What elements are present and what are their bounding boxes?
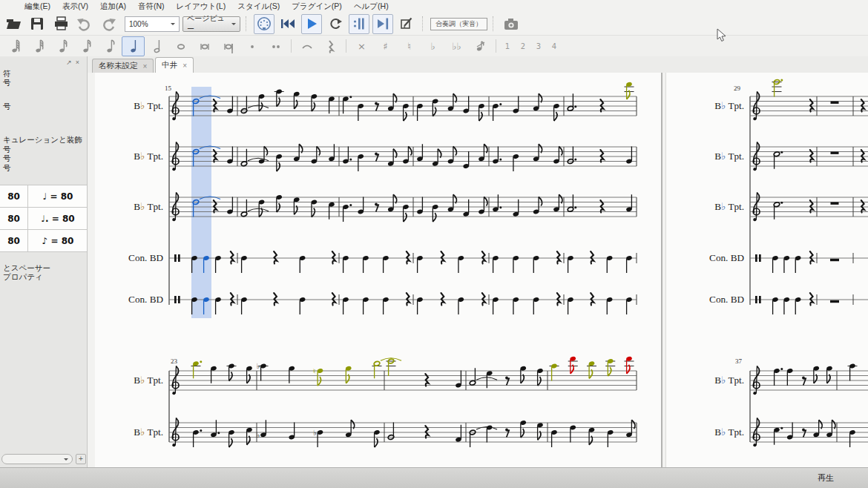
rest[interactable] [375,153,378,162]
note[interactable] [773,368,783,386]
redo-button[interactable] [98,14,119,34]
rest[interactable] [375,102,378,111]
print-button[interactable] [50,14,71,34]
note-128th-button[interactable] [3,36,26,56]
save-button[interactable] [27,14,47,34]
voice-3-button[interactable]: 3 [531,36,546,56]
note[interactable] [848,363,858,381]
note[interactable] [550,429,557,447]
rest[interactable] [830,259,839,261]
note-16th-button[interactable] [74,36,97,56]
note[interactable] [772,255,778,273]
note[interactable] [513,255,519,273]
score-canvas[interactable]: 15B♭ Tpt.B♭ Tpt.B♭ Tpt.Con. BDCon. BD23B… [88,73,868,467]
note[interactable] [227,363,237,381]
note[interactable] [416,297,423,314]
note-8th-button[interactable] [98,36,121,56]
rest[interactable] [407,293,410,306]
rest[interactable] [557,251,560,264]
note[interactable] [513,96,519,114]
note[interactable] [276,194,283,212]
note-32nd-button[interactable] [50,36,73,56]
note[interactable] [276,154,283,171]
note[interactable] [311,200,318,217]
rest[interactable] [831,102,839,104]
menu-item-0[interactable]: 編集(E) [19,1,56,13]
note[interactable] [258,93,265,111]
note[interactable] [513,297,519,314]
rest[interactable] [830,300,839,303]
close-panel-icon[interactable]: × [76,59,83,66]
tempo-cell-left[interactable]: 80 [0,208,28,229]
note-64th-button[interactable] [27,36,50,56]
note[interactable] [786,368,793,386]
tempo-cell-right[interactable]: ♩. = 80 [28,208,88,229]
augmentation-dot-button[interactable] [240,36,263,56]
note[interactable] [463,151,470,169]
note[interactable] [550,363,559,381]
note[interactable] [605,358,615,376]
double-dot-button[interactable] [264,36,287,56]
note[interactable] [214,255,221,273]
metronome-button[interactable] [396,14,417,34]
add-palette-button[interactable]: + [76,454,86,464]
note[interactable] [311,93,318,111]
note[interactable] [416,103,423,121]
note[interactable]: ♭ [257,362,269,380]
rest[interactable] [441,251,444,264]
score-page-1[interactable]: 15B♭ Tpt.B♭ Tpt.B♭ Tpt.Con. BDCon. BD23B… [95,73,662,467]
rest[interactable] [332,251,335,264]
rest[interactable] [274,293,277,306]
note[interactable] [625,297,632,314]
play-repeats-button[interactable] [349,14,369,34]
note[interactable] [795,297,801,314]
rest[interactable] [802,377,806,386]
note[interactable] [387,358,396,376]
menu-item-2[interactable]: 追加(A) [94,1,132,13]
note-breve-button[interactable] [193,36,216,56]
menu-item-1[interactable]: 表示(V) [56,1,94,13]
image-capture-button[interactable] [501,14,522,34]
note-whole-button[interactable] [169,36,192,56]
rest-button[interactable] [319,36,342,56]
tie-button[interactable] [295,36,318,56]
note[interactable] [783,255,790,273]
rest[interactable] [332,293,335,306]
tempo-cell-right[interactable]: ♪ = 80 [28,230,88,251]
note[interactable] [274,89,284,107]
note[interactable] [432,99,438,116]
note[interactable] [373,429,380,447]
natural-button[interactable]: ♮ [398,36,421,56]
rest[interactable] [441,293,444,306]
palette-search-combo[interactable] [1,454,73,464]
note[interactable] [402,103,409,121]
note-longa-button[interactable] [217,36,240,56]
rest[interactable] [231,293,234,306]
double-sharp-button[interactable]: × [350,36,373,56]
sharp-button[interactable]: ♯ [374,36,397,56]
undo-button[interactable] [74,14,95,34]
note[interactable] [192,429,202,447]
palette-item[interactable]: 号 [3,154,11,164]
note[interactable] [358,103,364,121]
note-half-button[interactable] [145,36,168,56]
palette-item[interactable]: 号 [3,102,11,112]
rest[interactable] [831,202,839,205]
note[interactable] [226,147,233,165]
note[interactable] [226,197,233,215]
rest[interactable] [482,293,485,306]
rest[interactable] [557,293,560,306]
play-button[interactable] [301,14,322,34]
note[interactable] [607,429,614,447]
note[interactable] [432,204,438,222]
palette-item[interactable]: 号 [3,78,11,88]
note[interactable] [849,429,855,447]
tab-2[interactable]: 中井× [155,57,194,73]
tempo-cell-right[interactable]: ♩ = 80 [28,185,88,207]
note[interactable] [458,255,464,273]
note[interactable] [513,154,519,171]
rest[interactable] [810,293,813,306]
open-file-button[interactable] [3,14,24,34]
note[interactable] [362,297,369,314]
note[interactable] [228,429,234,447]
